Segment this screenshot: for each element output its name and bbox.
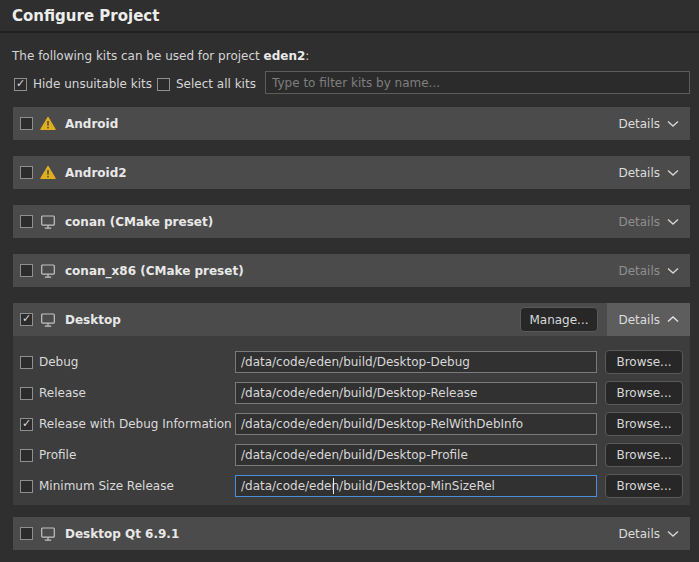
hide-unsuitable-kits-label: Hide unsuitable kits: [33, 77, 152, 91]
kit-details-button[interactable]: Details: [607, 303, 690, 336]
kits-info-suffix: :: [305, 49, 309, 63]
kits-info-text: The following kits can be used for proje…: [12, 49, 309, 63]
warning-icon: [40, 165, 56, 180]
build-config-row-relwithdebinfo: Release with Debug Information Browse...: [13, 412, 690, 436]
config-checkbox[interactable]: [20, 356, 33, 369]
config-checkbox[interactable]: [20, 449, 33, 462]
hide-unsuitable-kits-checkbox[interactable]: Hide unsuitable kits: [14, 77, 152, 91]
config-checkbox[interactable]: [20, 418, 33, 431]
kit-details-button[interactable]: Details: [607, 205, 690, 238]
details-label: Details: [618, 215, 660, 229]
kit-row-android[interactable]: Android Details: [13, 107, 690, 140]
desktop-icon: [40, 263, 56, 279]
chevron-down-icon: [667, 529, 679, 538]
kit-row-desktop-qt-691[interactable]: Desktop Qt 6.9.1 Details: [13, 517, 690, 550]
checkbox-icon[interactable]: [157, 78, 170, 91]
build-dir-input[interactable]: [235, 475, 597, 497]
build-config-row-minsizerel: Minimum Size Release Browse...: [13, 474, 690, 498]
build-dir-field-wrap: [235, 382, 597, 404]
chevron-down-icon: [667, 119, 679, 128]
text-cursor: [333, 478, 334, 494]
select-all-kits-label: Select all kits: [176, 77, 256, 91]
manage-kits-button[interactable]: Manage...: [520, 307, 598, 332]
details-label: Details: [618, 313, 660, 327]
filter-kits-input[interactable]: [265, 71, 690, 94]
kits-info-prefix: The following kits can be used for proje…: [12, 49, 264, 63]
kit-name: Desktop Qt 6.9.1: [65, 527, 179, 541]
build-dir-input[interactable]: [235, 413, 597, 435]
kit-details-button[interactable]: Details: [607, 107, 690, 140]
details-label: Details: [618, 117, 660, 131]
browse-button[interactable]: Browse...: [605, 412, 683, 436]
kit-details-button[interactable]: Details: [607, 517, 690, 550]
config-label: Profile: [39, 448, 76, 462]
kit-row-conan-x86[interactable]: conan_x86 (CMake preset) Details: [13, 254, 690, 287]
chevron-up-icon: [667, 315, 679, 324]
browse-button[interactable]: Browse...: [605, 474, 683, 498]
build-dir-field-wrap: [235, 444, 597, 466]
desktop-icon: [40, 214, 56, 230]
config-label: Minimum Size Release: [39, 479, 174, 493]
build-config-row-debug: Debug Browse...: [13, 350, 690, 374]
kit-checkbox[interactable]: [20, 215, 33, 228]
browse-button[interactable]: Browse...: [605, 350, 683, 374]
build-dir-field-wrap: [235, 475, 597, 497]
build-dir-input[interactable]: [235, 351, 597, 373]
kit-name: conan (CMake preset): [65, 215, 213, 229]
build-dir-field-wrap: [235, 351, 597, 373]
build-config-row-release: Release Browse...: [13, 381, 690, 405]
kit-details-button[interactable]: Details: [607, 254, 690, 287]
build-dir-field-wrap: [235, 413, 597, 435]
select-all-kits-checkbox[interactable]: Select all kits: [157, 77, 256, 91]
config-checkbox[interactable]: [20, 387, 33, 400]
desktop-icon: [40, 312, 56, 328]
config-label: Debug: [39, 355, 78, 369]
config-label: Release with Debug Information: [39, 417, 232, 431]
kit-checkbox[interactable]: [20, 166, 33, 179]
chevron-down-icon: [667, 266, 679, 275]
kit-name: conan_x86 (CMake preset): [65, 264, 244, 278]
browse-button[interactable]: Browse...: [605, 381, 683, 405]
config-checkbox[interactable]: [20, 480, 33, 493]
chevron-down-icon: [667, 217, 679, 226]
details-label: Details: [618, 527, 660, 541]
config-label: Release: [39, 386, 86, 400]
kit-name: Android2: [65, 166, 127, 180]
kit-checkbox[interactable]: [20, 264, 33, 277]
kit-row-desktop[interactable]: Desktop Manage... Details: [13, 303, 690, 336]
build-config-row-profile: Profile Browse...: [13, 443, 690, 467]
kit-name: Android: [65, 117, 118, 131]
kit-checkbox[interactable]: [20, 313, 33, 326]
project-name: eden2: [264, 49, 306, 63]
title-separator: [0, 31, 699, 33]
kit-row-android2[interactable]: Android2 Details: [13, 156, 690, 189]
kit-row-conan[interactable]: conan (CMake preset) Details: [13, 205, 690, 238]
warning-icon: [40, 116, 56, 131]
kit-checkbox[interactable]: [20, 117, 33, 130]
details-label: Details: [618, 166, 660, 180]
kit-details-button[interactable]: Details: [607, 156, 690, 189]
kit-name: Desktop: [65, 313, 121, 327]
build-dir-input[interactable]: [235, 382, 597, 404]
kit-checkbox[interactable]: [20, 527, 33, 540]
build-dir-input[interactable]: [235, 444, 597, 466]
details-label: Details: [618, 264, 660, 278]
desktop-kit-details-panel: Debug Browse... Release Browse... Releas…: [13, 336, 690, 505]
page-title: Configure Project: [12, 7, 159, 25]
browse-button[interactable]: Browse...: [605, 443, 683, 467]
checkbox-icon[interactable]: [14, 78, 27, 91]
desktop-icon: [40, 526, 56, 542]
configure-project-page: Configure Project The following kits can…: [0, 0, 699, 562]
chevron-down-icon: [667, 168, 679, 177]
